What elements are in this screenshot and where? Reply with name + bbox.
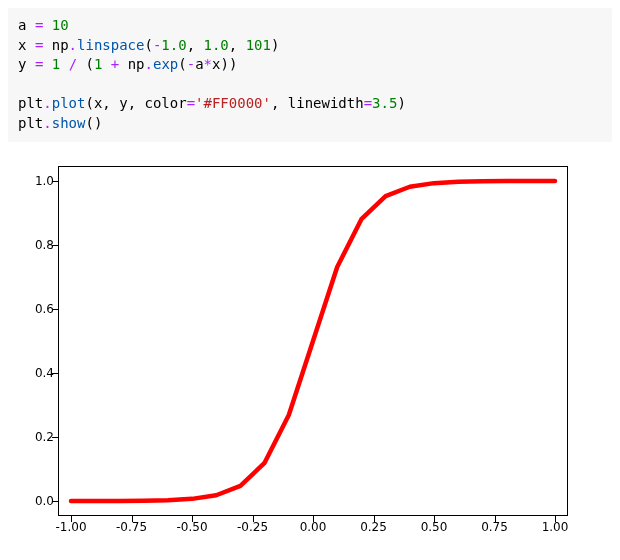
chart-line	[59, 167, 567, 515]
code-token: +	[111, 56, 119, 72]
code-token: 1	[94, 56, 102, 72]
code-token: (	[85, 115, 93, 131]
line-chart: 0.00.20.40.60.81.0-1.00-0.75-0.50-0.250.…	[8, 156, 588, 556]
code-token: =	[187, 95, 195, 111]
x-tick-label: 0.00	[300, 520, 327, 534]
code-token: )	[94, 115, 102, 131]
code-token: (	[86, 56, 94, 72]
code-token: a	[18, 17, 26, 33]
code-token: 1.0	[204, 37, 229, 53]
code-token: '#FF0000'	[195, 95, 271, 111]
code-token: .	[145, 56, 153, 72]
code-token: plot	[52, 95, 86, 111]
code-token: (	[178, 56, 186, 72]
plot-area	[58, 166, 568, 516]
code-token: )	[220, 56, 228, 72]
x-tick-label: 0.50	[421, 520, 448, 534]
code-token: plt	[18, 115, 43, 131]
y-tick-label: 0.0	[14, 494, 54, 508]
code-token: ,	[271, 95, 288, 111]
code-token: a	[195, 56, 203, 72]
code-token: )	[229, 56, 237, 72]
code-token: =	[35, 17, 43, 33]
code-token: np	[52, 37, 69, 53]
code-token: plt	[18, 95, 43, 111]
code-token: linspace	[77, 37, 144, 53]
x-tick-label: -0.75	[116, 520, 147, 534]
code-token: =	[35, 37, 43, 53]
code-token: *	[204, 56, 212, 72]
code-token: .	[43, 115, 51, 131]
x-tick-label: 0.25	[360, 520, 387, 534]
code-token: )	[397, 95, 405, 111]
code-token: )	[271, 37, 279, 53]
y-tick-label: 0.6	[14, 302, 54, 316]
y-tick-label: 1.0	[14, 174, 54, 188]
code-token: -	[187, 56, 195, 72]
y-tick-label: 0.8	[14, 238, 54, 252]
code-token: y	[18, 56, 26, 72]
code-token: x	[18, 37, 26, 53]
code-token: 3.5	[372, 95, 397, 111]
code-token: show	[52, 115, 86, 131]
code-token: .	[69, 37, 77, 53]
code-token: =	[364, 95, 372, 111]
x-tick-label: 1.00	[542, 520, 569, 534]
code-token: ,	[102, 95, 119, 111]
x-tick-label: 0.75	[481, 520, 508, 534]
code-token: /	[69, 56, 77, 72]
code-token: np	[128, 56, 145, 72]
y-tick-label: 0.4	[14, 366, 54, 380]
x-tick-label: -1.00	[55, 520, 86, 534]
x-tick-label: -0.25	[237, 520, 268, 534]
code-token: y	[119, 95, 127, 111]
code-token: ,	[229, 37, 246, 53]
code-token: 1.0	[161, 37, 186, 53]
code-token: color	[144, 95, 186, 111]
code-token: 101	[246, 37, 271, 53]
code-token: (	[85, 95, 93, 111]
y-tick-label: 0.2	[14, 430, 54, 444]
code-token: (	[144, 37, 152, 53]
code-token: exp	[153, 56, 178, 72]
code-token: 10	[52, 17, 69, 33]
code-token: ,	[128, 95, 145, 111]
code-token: linewidth	[288, 95, 364, 111]
x-tick-label: -0.50	[176, 520, 207, 534]
code-token: 1	[52, 56, 60, 72]
code-cell: a = 10 x = np.linspace(-1.0, 1.0, 101) y…	[8, 8, 612, 142]
code-token: =	[35, 56, 43, 72]
code-token: .	[43, 95, 51, 111]
code-token: ,	[187, 37, 204, 53]
